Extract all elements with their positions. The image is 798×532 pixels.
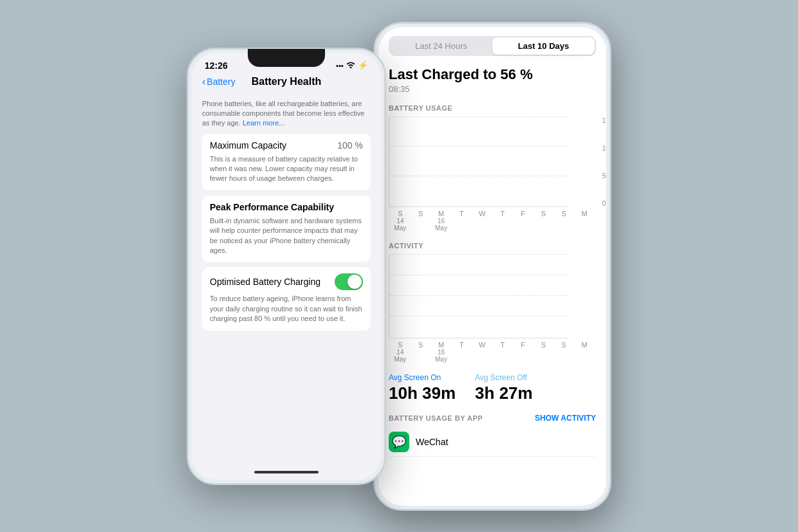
x-label-s4: S [555,210,573,232]
activity-bars [389,255,568,338]
tab-last-24-hours[interactable]: Last 24 Hours [390,37,492,55]
left-iphone-screen: 12:26 ▪▪▪ ⚡ ‹ Battery Battery Health [192,53,381,480]
x-label-t2: T [494,210,512,232]
status-time: 12:26 [205,60,228,71]
optimised-charging-toggle[interactable] [335,273,363,290]
volume-down-button[interactable] [187,155,188,178]
volume-up-button[interactable] [187,126,188,149]
avg-screen-off-value: 3h 27m [475,383,533,403]
peak-performance-description: Built-in dynamic software and hardware s… [210,216,363,256]
show-activity-button[interactable]: SHOW ACTIVITY [535,414,596,423]
wechat-icon: 💬 [389,432,409,452]
toggle-knob [348,275,362,289]
y-label-50: 50 % [602,172,606,179]
wechat-label: WeChat [416,437,448,447]
x-label-f: F [514,210,532,232]
y-label-150: 150 % [602,117,606,124]
right-iphone-screen: Last 24 Hours Last 10 Days Last Charged … [378,27,606,506]
back-arrow-icon: ‹ [202,76,205,87]
app-row-wechat[interactable]: 💬 WeChat [389,428,596,457]
max-capacity-description: This is a measure of battery capacity re… [210,154,363,184]
battery-usage-chart: 150 % 100 % 50 % 0 % S 14 May S [389,117,596,232]
wifi-icon [346,61,355,69]
activity-stats: Avg Screen On 10h 39m Avg Screen Off 3h … [389,373,596,403]
peak-performance-title: Peak Performance Capability [210,202,363,212]
act-x-label-t1: T [452,341,470,363]
y-label-100: 100 % [602,145,606,152]
y-label-0: 0 % [602,200,606,207]
act-x-label-s4: S [555,341,573,363]
max-capacity-value: 100 % [337,140,363,151]
battery-icon: ⚡ [358,60,368,70]
signal-icon: ▪▪▪ [336,62,344,69]
last-charged-title: Last Charged to 56 % [389,66,596,83]
avg-screen-on: Avg Screen On 10h 39m [389,373,456,403]
x-label-s3: S [535,210,553,232]
battery-by-app-title: BATTERY USAGE BY APP [389,414,483,422]
avg-screen-off-label: Avg Screen Off [475,373,533,382]
status-icons: ▪▪▪ ⚡ [336,60,368,70]
battery-x-labels: S 14 May S M 16 May T [389,210,596,232]
activity-chart-area [389,255,568,338]
act-x-label-w: W [473,341,491,363]
avg-screen-on-value: 10h 39m [389,383,456,403]
intro-text: Phone batteries, like all rechargeable b… [202,99,371,129]
act-x-label-f: F [514,341,532,363]
optimised-charging-description: To reduce battery ageing, iPhone learns … [210,294,363,324]
home-indicator[interactable] [254,471,319,473]
side-button[interactable] [610,113,611,152]
battery-usage-chart-area [389,117,568,207]
back-label: Battery [207,77,235,87]
battery-y-labels: 150 % 100 % 50 % 0 % [602,117,606,207]
left-iphone: 12:26 ▪▪▪ ⚡ ‹ Battery Battery Health [187,48,386,485]
scene: 12:26 ▪▪▪ ⚡ ‹ Battery Battery Health [0,0,798,532]
optimised-charging-row: Optimised Battery Charging [210,273,363,290]
activity-x-labels: S 14 May S M 16 May T [389,341,596,363]
page-title: Battery Health [252,76,321,87]
battery-usage-section-title: BATTERY USAGE [389,104,596,112]
activity-section-title: ACTIVITY [389,242,596,250]
optimised-charging-card: Optimised Battery Charging To reduce bat… [202,267,371,330]
battery-bars [389,117,568,206]
avg-screen-off: Avg Screen Off 3h 27m [475,373,533,403]
act-x-label-m2: M [575,341,593,363]
nav-bar: ‹ Battery Battery Health [202,73,371,93]
x-label-t1: T [452,210,470,232]
act-x-label-t2: T [494,341,512,363]
act-x-label-s2: S [412,341,430,363]
tab-switcher: Last 24 Hours Last 10 Days [389,36,596,56]
battery-by-app-header: BATTERY USAGE BY APP SHOW ACTIVITY [389,414,596,423]
act-x-label-m1: M 16 May [432,341,450,363]
last-charged-time: 08:35 [389,84,596,94]
max-capacity-row: Maximum Capacity 100 % [210,140,363,151]
peak-performance-card: Peak Performance Capability Built-in dyn… [202,196,371,262]
iphone-notch [248,49,325,67]
max-capacity-label: Maximum Capacity [210,140,286,151]
act-x-label-s1: S 14 May [391,341,409,363]
activity-chart: 24h 18h 12h 6h 0m S 14 May [389,255,596,363]
optimised-charging-label: Optimised Battery Charging [210,277,320,287]
act-x-label-s3: S [535,341,553,363]
right-iphone: Last 24 Hours Last 10 Days Last Charged … [373,22,611,511]
stats-content: Last 24 Hours Last 10 Days Last Charged … [378,27,606,506]
learn-more-link[interactable]: Learn more... [243,119,284,127]
tab-last-10-days[interactable]: Last 10 Days [492,37,595,55]
x-label-s1: S 14 May [391,210,409,232]
x-label-s2: S [412,210,430,232]
back-button[interactable]: ‹ Battery [202,76,236,87]
iphone-content: ‹ Battery Battery Health Phone batteries… [192,73,381,336]
x-label-m2: M [575,210,593,232]
x-label-m1: M 16 May [432,210,450,232]
avg-screen-on-label: Avg Screen On [389,373,456,382]
x-label-w: W [473,210,491,232]
max-capacity-card: Maximum Capacity 100 % This is a measure… [202,134,371,190]
